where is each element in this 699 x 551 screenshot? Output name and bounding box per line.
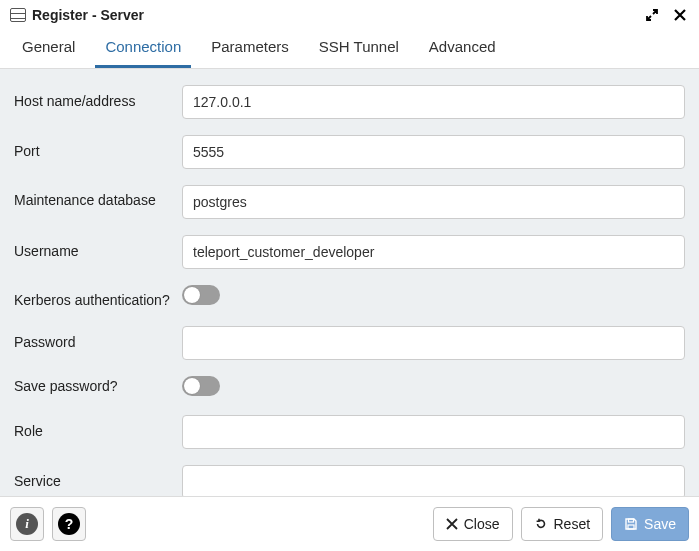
row-password: Password (14, 318, 685, 368)
close-button[interactable]: Close (433, 507, 513, 541)
tab-general[interactable]: General (12, 28, 85, 68)
expand-icon-svg (645, 8, 659, 22)
savepw-toggle[interactable] (182, 376, 220, 396)
tab-parameters[interactable]: Parameters (201, 28, 299, 68)
info-button[interactable]: i (10, 507, 44, 541)
server-icon (10, 8, 26, 22)
label-service: Service (14, 473, 182, 491)
label-username: Username (14, 243, 182, 261)
save-button-label: Save (644, 516, 676, 532)
close-icon[interactable] (671, 6, 689, 24)
row-kerberos: Kerberos authentication? (14, 277, 685, 318)
reset-button-label: Reset (554, 516, 591, 532)
row-host: Host name/address (14, 77, 685, 127)
row-savepw: Save password? (14, 368, 685, 407)
label-savepw: Save password? (14, 378, 182, 396)
role-input[interactable] (182, 415, 685, 449)
tab-advanced[interactable]: Advanced (419, 28, 506, 68)
svg-rect-1 (628, 525, 634, 529)
svg-rect-0 (629, 519, 634, 522)
x-icon (446, 518, 458, 530)
save-icon (624, 517, 638, 531)
host-input[interactable] (182, 85, 685, 119)
footer: i ? Close Reset Save (0, 496, 699, 551)
maximize-icon[interactable] (643, 6, 661, 24)
maintdb-input[interactable] (182, 185, 685, 219)
help-button[interactable]: ? (52, 507, 86, 541)
info-icon: i (16, 513, 38, 535)
password-input[interactable] (182, 326, 685, 360)
label-kerberos: Kerberos authentication? (14, 285, 182, 310)
toggle-knob (184, 378, 200, 394)
save-button[interactable]: Save (611, 507, 689, 541)
window-title: Register - Server (32, 7, 633, 23)
tab-connection[interactable]: Connection (95, 28, 191, 68)
kerberos-toggle[interactable] (182, 285, 220, 305)
username-input[interactable] (182, 235, 685, 269)
tab-ssh-tunnel[interactable]: SSH Tunnel (309, 28, 409, 68)
label-password: Password (14, 334, 182, 352)
service-input[interactable] (182, 465, 685, 499)
close-button-label: Close (464, 516, 500, 532)
titlebar: Register - Server (0, 0, 699, 28)
close-icon-svg (673, 8, 687, 22)
toggle-knob (184, 287, 200, 303)
row-username: Username (14, 227, 685, 277)
label-role: Role (14, 423, 182, 441)
tabbar: General Connection Parameters SSH Tunnel… (0, 28, 699, 69)
reset-icon (534, 517, 548, 531)
form-area: Host name/address Port Maintenance datab… (0, 69, 699, 509)
label-host: Host name/address (14, 93, 182, 111)
port-input[interactable] (182, 135, 685, 169)
reset-button[interactable]: Reset (521, 507, 604, 541)
help-icon: ? (58, 513, 80, 535)
label-port: Port (14, 143, 182, 161)
row-role: Role (14, 407, 685, 457)
row-port: Port (14, 127, 685, 177)
row-maintdb: Maintenance database (14, 177, 685, 227)
label-maintdb: Maintenance database (14, 185, 182, 210)
